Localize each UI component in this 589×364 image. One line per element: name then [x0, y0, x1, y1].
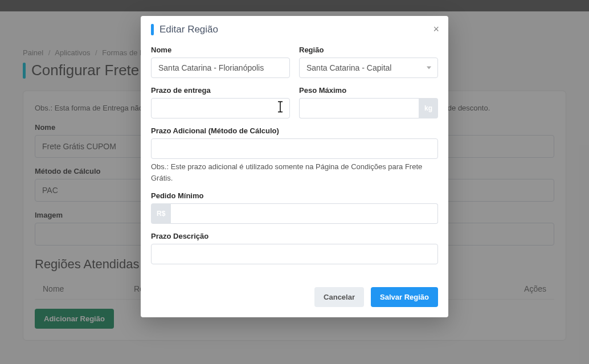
pedido-minimo-input[interactable]: [171, 203, 438, 224]
prazo-entrega-input[interactable]: [151, 98, 290, 118]
prazo-adicional-input[interactable]: [151, 138, 438, 159]
prazo-descricao-label: Prazo Descrição: [151, 232, 438, 240]
modal-title: Editar Região: [159, 24, 218, 35]
salvar-regiao-button[interactable]: Salvar Região: [371, 287, 438, 307]
prazo-entrega-label: Prazo de entrega: [151, 86, 290, 95]
modal-nome-label: Nome: [151, 46, 290, 54]
modal-regiao-select[interactable]: Santa Catarina - Capital: [299, 58, 438, 78]
kg-suffix: kg: [419, 98, 438, 118]
prazo-adicional-help: Obs.: Este prazo adicional é utilizado s…: [151, 161, 438, 183]
modal-regiao-label: Região: [299, 46, 438, 54]
modal-body: Nome Região Santa Catarina - Capital Pra…: [141, 43, 448, 278]
modal-nome-input[interactable]: [151, 58, 290, 78]
modal-overlay[interactable]: Editar Região × Nome Região Santa Catari…: [0, 0, 589, 364]
prazo-descricao-input[interactable]: [151, 244, 438, 264]
modal-footer: Cancelar Salvar Região: [141, 278, 448, 317]
prazo-adicional-label: Prazo Adicional (Método de Cálculo): [151, 126, 438, 135]
editar-regiao-modal: Editar Região × Nome Região Santa Catari…: [141, 16, 448, 317]
cancel-button[interactable]: Cancelar: [314, 287, 364, 307]
modal-title-accent: [151, 24, 154, 35]
currency-prefix: R$: [151, 203, 171, 224]
close-icon[interactable]: ×: [433, 24, 439, 34]
modal-header: Editar Região ×: [141, 16, 448, 43]
peso-maximo-input[interactable]: [299, 98, 419, 118]
pedido-minimo-label: Pedido Mínimo: [151, 191, 438, 200]
peso-maximo-label: Peso Máximo: [299, 86, 438, 95]
